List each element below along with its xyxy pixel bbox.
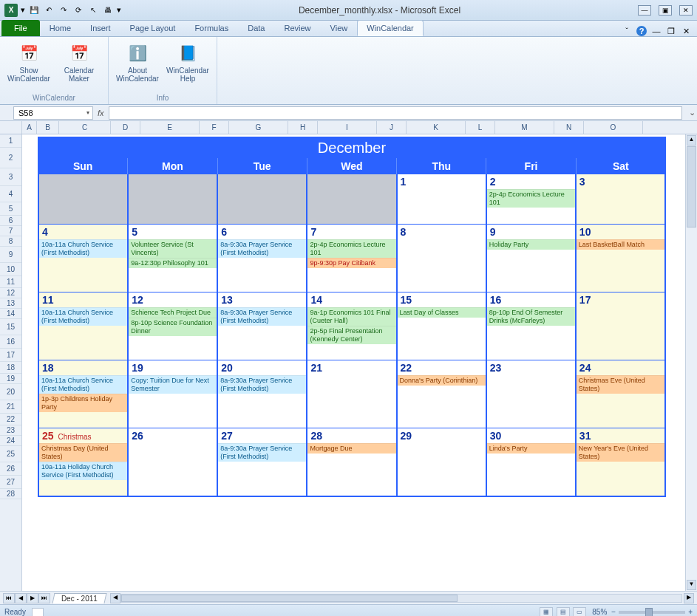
hscroll-track[interactable]	[120, 594, 682, 603]
calendar-day-cell[interactable]: 138a-9:30a Prayer Service (First Methodi…	[217, 292, 307, 360]
row-header[interactable]: 9	[0, 247, 21, 263]
row-header[interactable]: 25	[0, 446, 21, 462]
calendar-day-cell[interactable]: 25ChristmasChristmas Day (United States)…	[38, 428, 128, 496]
save-icon[interactable]: 💾	[28, 4, 40, 16]
calendar-day-cell[interactable]: 22Donna's Party (Corinthian)	[397, 360, 486, 428]
maximize-button[interactable]: ▣	[659, 5, 672, 16]
view-pagelayout-button[interactable]: ▤	[557, 607, 570, 617]
calendar-event[interactable]: 2p-4p Economics Lecture 101	[307, 239, 395, 258]
row-header[interactable]: 11	[0, 276, 21, 288]
column-header[interactable]: D	[111, 121, 140, 134]
calendar-event[interactable]: 10a-11a Church Service (First Methodist)	[39, 307, 127, 326]
calendar-event[interactable]: 2p-4p Economics Lecture 101	[487, 189, 575, 208]
sheet-nav-prev[interactable]: ◀	[15, 593, 27, 603]
row-header[interactable]: 16	[0, 335, 21, 349]
calendar-event[interactable]: Copy: Tuition Due for Next Semester	[129, 375, 217, 394]
row-header[interactable]: 2	[0, 148, 21, 168]
sheet-tab-active[interactable]: Dec - 2011	[52, 593, 107, 603]
print-icon[interactable]: 🖶	[102, 4, 114, 16]
calendar-event[interactable]: Volunteer Service (St Vincents)	[129, 239, 217, 258]
tab-wincalendar[interactable]: WinCalendar	[357, 20, 424, 36]
select-all-button[interactable]	[0, 121, 22, 134]
zoom-slider[interactable]	[619, 611, 685, 614]
calendar-day-cell[interactable]: 22p-4p Economics Lecture 101	[486, 174, 576, 225]
refresh-icon[interactable]: ⟳	[72, 4, 84, 16]
column-header[interactable]: L	[466, 121, 495, 134]
view-pagebreak-button[interactable]: ▭	[573, 607, 586, 617]
calendar-event[interactable]: 8a-9:30a Prayer Service (First Methodist…	[218, 239, 306, 258]
calendar-day-cell[interactable]: 23	[486, 360, 576, 428]
tab-file[interactable]: File	[1, 20, 40, 36]
view-normal-button[interactable]: ▦	[540, 607, 553, 617]
zoom-in-button[interactable]: +	[688, 608, 693, 616]
row-header[interactable]: 28	[0, 489, 21, 499]
hscroll-right-icon[interactable]: ▶	[684, 593, 694, 603]
row-header[interactable]: 19	[0, 374, 21, 384]
calendar-event[interactable]: 10a-11a Church Service (First Methodist)	[39, 375, 127, 394]
help-icon[interactable]: ?	[636, 26, 647, 36]
hscroll-thumb[interactable]	[121, 595, 458, 602]
calendar-day-cell[interactable]: 31New Year's Eve (United States)	[576, 428, 665, 496]
calendar-event[interactable]: Holiday Party	[487, 239, 575, 250]
row-header[interactable]: 8	[0, 236, 21, 247]
row-header[interactable]: 14	[0, 309, 21, 319]
ribbon-button[interactable]: 📅CalendarMaker	[56, 40, 102, 93]
column-header[interactable]: B	[37, 121, 59, 134]
column-header[interactable]: E	[140, 121, 200, 134]
calendar-event[interactable]: Last Day of Classes	[398, 307, 486, 318]
row-header[interactable]: 4	[0, 186, 21, 202]
calendar-event[interactable]: 9p-9:30p Pay Citibank	[307, 258, 395, 268]
scroll-up-icon[interactable]: ▲	[687, 135, 696, 146]
column-header[interactable]: M	[495, 121, 554, 134]
calendar-event[interactable]: Last BasketBall Match	[577, 239, 664, 250]
calendar-day-cell[interactable]: 21	[307, 360, 396, 428]
calendar-day-cell[interactable]: 10Last BasketBall Match	[576, 225, 665, 292]
row-header[interactable]: 12	[0, 288, 21, 298]
calendar-day-cell[interactable]: 28Mortgage Due	[307, 428, 396, 496]
calendar-event[interactable]: Mortgage Due	[307, 443, 395, 454]
macro-record-icon[interactable]	[32, 608, 44, 617]
calendar-event[interactable]: 8a-9:30a Prayer Service (First Methodist…	[218, 443, 306, 462]
row-header[interactable]: 17	[0, 349, 21, 362]
calendar-event[interactable]: 10a-11a Holiday Church Service (First Me…	[39, 462, 127, 480]
row-header[interactable]: 6	[0, 216, 21, 226]
calendar-day-cell[interactable]: 17	[576, 292, 665, 360]
row-header[interactable]: 20	[0, 384, 21, 400]
row-header[interactable]: 21	[0, 400, 21, 414]
calendar-day-cell[interactable]: 12Schience Tech Project Due8p-10p Scienc…	[128, 292, 217, 360]
calendar-event[interactable]: 8p-10p End Of Semester Drinks (McFarleys…	[487, 307, 575, 326]
sheet-nav-next[interactable]: ▶	[27, 593, 38, 603]
tab-home[interactable]: Home	[40, 20, 81, 36]
horizontal-scrollbar[interactable]: ◀ ▶	[106, 593, 697, 603]
calendar-day-cell[interactable]: 68a-9:30a Prayer Service (First Methodis…	[217, 225, 307, 292]
vertical-scrollbar[interactable]: ▲ ▼	[685, 134, 697, 591]
calendar-day-cell[interactable]: 1110a-11a Church Service (First Methodis…	[38, 292, 128, 360]
calendar-day-cell[interactable]: 8	[397, 225, 486, 292]
calendar-day-cell[interactable]: 208a-9:30a Prayer Service (First Methodi…	[217, 360, 307, 428]
calendar-event[interactable]: 8a-9:30a Prayer Service (First Methodist…	[218, 375, 306, 394]
column-header[interactable]: K	[407, 121, 466, 134]
calendar-day-cell[interactable]	[217, 174, 307, 225]
column-header[interactable]: C	[59, 121, 111, 134]
row-header[interactable]: 23	[0, 425, 21, 436]
cursor-icon[interactable]: ↖	[87, 4, 99, 16]
calendar-day-cell[interactable]: 410a-11a Church Service (First Methodist…	[38, 225, 128, 292]
workbook-close-icon[interactable]: ✕	[681, 26, 691, 36]
column-header[interactable]: G	[229, 121, 288, 134]
calendar-event[interactable]: Donna's Party (Corinthian)	[398, 375, 486, 386]
calendar-day-cell[interactable]: 278a-9:30a Prayer Service (First Methodi…	[217, 428, 307, 496]
calendar-event[interactable]: 8p-10p Science Foundation Dinner	[129, 318, 217, 336]
ribbon-minimize-icon[interactable]: ˇ	[622, 26, 632, 36]
row-header[interactable]: 26	[0, 462, 21, 476]
fx-label[interactable]: fx	[98, 109, 104, 117]
column-header[interactable]: J	[377, 121, 407, 134]
workbook-minimize-icon[interactable]: —	[651, 26, 662, 36]
grid-body[interactable]: December SunMonTueWedThuFriSat 122p-4p E…	[22, 134, 685, 591]
calendar-event[interactable]: Christmas Eve (United States)	[577, 375, 664, 394]
calendar-day-cell[interactable]: 1810a-11a Church Service (First Methodis…	[38, 360, 128, 428]
calendar-event[interactable]: 1p-3p Childrens Holiday Party	[39, 394, 127, 412]
calendar-event[interactable]: 10a-11a Church Service (First Methodist)	[39, 239, 127, 258]
vscroll-track[interactable]	[687, 146, 696, 579]
calendar-event[interactable]: 9a-12:30p Philosophy 101	[129, 258, 217, 268]
formula-expand-icon[interactable]: ⌄	[687, 108, 697, 117]
